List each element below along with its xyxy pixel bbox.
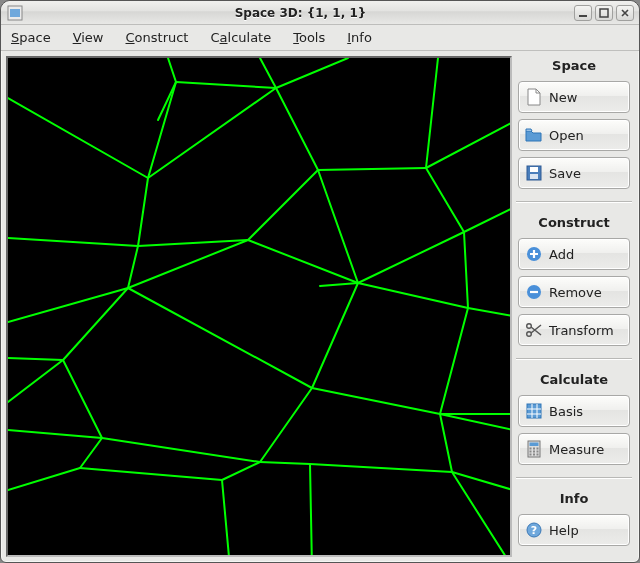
basis-button[interactable]: Basis xyxy=(518,395,630,427)
window-controls xyxy=(574,5,634,21)
svg-rect-2 xyxy=(579,15,587,17)
menu-space[interactable]: Space xyxy=(7,28,55,47)
svg-rect-21 xyxy=(533,454,535,456)
save-button[interactable]: Save xyxy=(518,157,630,189)
svg-rect-5 xyxy=(530,167,538,172)
close-button[interactable] xyxy=(616,5,634,21)
titlebar: Space 3D: {1, 1, 1} xyxy=(1,1,639,25)
open-button[interactable]: Open xyxy=(518,119,630,151)
button-label: Measure xyxy=(549,442,604,457)
svg-rect-17 xyxy=(530,451,532,453)
button-label: New xyxy=(549,90,577,105)
file-new-icon xyxy=(525,88,543,106)
app-icon xyxy=(7,5,23,21)
svg-rect-16 xyxy=(537,448,539,450)
menu-calculate[interactable]: Calculate xyxy=(206,28,275,47)
button-label: Remove xyxy=(549,285,602,300)
add-button[interactable]: Add xyxy=(518,238,630,270)
svg-rect-20 xyxy=(530,454,532,456)
tool-panel: Space New Open Save Construct xyxy=(512,52,638,561)
svg-rect-19 xyxy=(537,451,539,453)
3d-viewport[interactable] xyxy=(6,56,512,557)
menubar: Space View Construct Calculate Tools Inf… xyxy=(1,25,639,51)
add-icon xyxy=(525,245,543,263)
window-title: Space 3D: {1, 1, 1} xyxy=(27,6,574,20)
save-icon xyxy=(525,164,543,182)
remove-icon xyxy=(525,283,543,301)
section-calculate: Calculate xyxy=(518,372,630,387)
section-construct: Construct xyxy=(518,215,630,230)
button-label: Open xyxy=(549,128,584,143)
svg-text:?: ? xyxy=(531,524,537,537)
folder-open-icon xyxy=(525,126,543,144)
svg-rect-22 xyxy=(537,454,539,456)
scissors-icon xyxy=(525,321,543,339)
maximize-button[interactable] xyxy=(595,5,613,21)
transform-button[interactable]: Transform xyxy=(518,314,630,346)
svg-rect-1 xyxy=(10,9,20,17)
svg-rect-3 xyxy=(600,9,608,17)
menu-info[interactable]: Info xyxy=(343,28,376,47)
svg-rect-11 xyxy=(527,404,541,418)
new-button[interactable]: New xyxy=(518,81,630,113)
svg-rect-13 xyxy=(530,443,539,447)
button-label: Add xyxy=(549,247,574,262)
button-label: Save xyxy=(549,166,581,181)
button-label: Transform xyxy=(549,323,614,338)
svg-rect-15 xyxy=(533,448,535,450)
svg-rect-18 xyxy=(533,451,535,453)
menu-construct[interactable]: Construct xyxy=(122,28,193,47)
button-label: Help xyxy=(549,523,579,538)
svg-rect-14 xyxy=(530,448,532,450)
minimize-button[interactable] xyxy=(574,5,592,21)
menu-view[interactable]: View xyxy=(69,28,108,47)
section-space: Space xyxy=(518,58,630,73)
separator xyxy=(516,358,632,360)
grid-icon xyxy=(525,402,543,420)
help-button[interactable]: ? Help xyxy=(518,514,630,546)
svg-rect-6 xyxy=(530,174,538,179)
separator xyxy=(516,477,632,479)
measure-button[interactable]: Measure xyxy=(518,433,630,465)
body: Space New Open Save Construct xyxy=(2,52,638,561)
calculator-icon xyxy=(525,440,543,458)
button-label: Basis xyxy=(549,404,583,419)
section-info: Info xyxy=(518,491,630,506)
menu-tools[interactable]: Tools xyxy=(289,28,329,47)
help-icon: ? xyxy=(525,521,543,539)
app-window: Space 3D: {1, 1, 1} Space View Construct… xyxy=(0,0,640,563)
remove-button[interactable]: Remove xyxy=(518,276,630,308)
separator xyxy=(516,201,632,203)
